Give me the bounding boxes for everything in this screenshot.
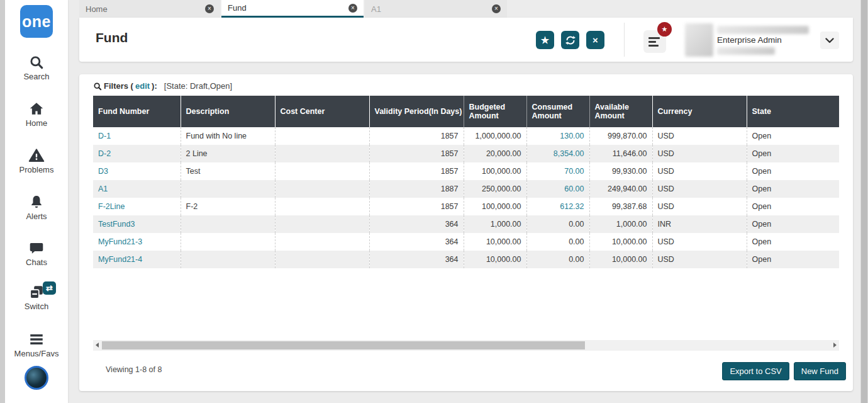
cell-consumed-amount: 0.00 [526, 215, 589, 233]
cell-state: Open [747, 180, 839, 198]
favorite-button[interactable]: ★ [536, 31, 554, 49]
user-avatar-redacted[interactable] [685, 23, 713, 57]
cell-budgeted-amount: 10,000.00 [464, 251, 526, 268]
sidebar-item-menus-favs[interactable]: Menus/Favs [5, 331, 68, 358]
column-header[interactable]: Available Amount [589, 96, 652, 127]
filters-edit-link[interactable]: edit [135, 81, 150, 91]
close-icon[interactable]: × [205, 4, 214, 13]
user-detail-redacted [717, 47, 775, 55]
cell-validity-period: 1887 [369, 180, 464, 198]
cell-available-amount: 99,387.68 [589, 198, 652, 215]
cell-state: Open [747, 127, 839, 145]
cell-fund-number: D3 [93, 162, 181, 180]
tab-fund[interactable]: Fund × [221, 0, 364, 18]
new-fund-button[interactable]: New Fund [794, 362, 846, 380]
sidebar-item-search[interactable]: Search [5, 54, 68, 81]
consumed-amount-link[interactable]: 612.32 [560, 202, 584, 211]
left-edge-strip [0, 0, 5, 403]
user-menu-button[interactable] [820, 31, 839, 49]
cell-validity-period: 1857 [369, 145, 464, 162]
table-row[interactable]: D-2 2 Line 1857 20,000.00 8,354.00 11,64… [93, 145, 839, 162]
cell-cost-center [275, 180, 369, 198]
cell-currency: USD [652, 233, 747, 251]
cell-cost-center [275, 251, 369, 268]
swap-arrows-icon[interactable]: ⇄ [43, 281, 56, 295]
cell-consumed-amount: 60.00 [526, 180, 589, 198]
vertical-scrollbar[interactable] [860, 0, 868, 403]
tab-bar: Home × Fund × A1 × [79, 0, 507, 18]
tab-a1[interactable]: A1 × [365, 0, 507, 18]
horizontal-scrollbar[interactable] [93, 340, 839, 351]
cell-cost-center [275, 162, 369, 180]
fund-number-link[interactable]: D-2 [98, 149, 111, 158]
column-header[interactable]: State [747, 96, 839, 127]
fund-number-link[interactable]: A1 [98, 184, 108, 193]
export-to-csv-button[interactable]: Export to CSV [722, 362, 789, 380]
sidebar-item-home[interactable]: Home [5, 101, 68, 128]
consumed-amount-link[interactable]: 60.00 [564, 184, 584, 193]
fund-number-link[interactable]: TestFund3 [98, 220, 135, 229]
refresh-button[interactable] [561, 31, 579, 49]
table-row[interactable]: D3 Test 1857 100,000.00 70.00 99,930.00 … [93, 162, 839, 180]
sidebar: one Search Home Problems Alerts Chats [5, 0, 68, 403]
cell-currency: USD [652, 180, 747, 198]
chevron-down-icon [825, 38, 834, 43]
tab-home[interactable]: Home × [79, 0, 220, 18]
cell-state: Open [747, 233, 839, 251]
cell-cost-center [275, 215, 369, 233]
table-row[interactable]: F-2Line F-2 1857 100,000.00 612.32 99,38… [93, 198, 839, 215]
table-row[interactable]: MyFund21-4 364 10,000.00 0.00 10,000.00 … [93, 251, 839, 268]
column-header[interactable]: Currency [652, 96, 747, 127]
consumed-amount-link[interactable]: 8,354.00 [554, 149, 584, 158]
column-header[interactable]: Budgeted Amount [464, 96, 526, 127]
cell-budgeted-amount: 10,000.00 [464, 233, 526, 251]
sidebar-item-switch[interactable]: ⇄ Switch [5, 284, 68, 311]
cell-budgeted-amount: 100,000.00 [464, 162, 526, 180]
fund-number-link[interactable]: D-1 [98, 132, 111, 140]
cell-budgeted-amount: 1,000.00 [464, 215, 526, 233]
close-icon[interactable]: × [348, 4, 357, 13]
cell-validity-period: 364 [369, 251, 464, 268]
table-body: D-1 Fund with No line 1857 1,000,000.00 … [93, 127, 839, 268]
table-row[interactable]: TestFund3 364 1,000.00 0.00 1,000.00 INR… [93, 215, 839, 233]
close-tab-button[interactable]: × [586, 31, 604, 49]
one-network-logo[interactable]: one [20, 5, 53, 38]
table-row[interactable]: A1 1887 250,000.00 60.00 249,940.00 USD … [93, 180, 839, 198]
filters-bar: Filters (edit): [State: Draft,Open] [93, 81, 232, 91]
column-header[interactable]: Cost Center [275, 96, 369, 127]
close-icon[interactable]: × [492, 4, 501, 13]
column-header[interactable]: Validity Period(In Days) [369, 96, 464, 127]
fund-number-link[interactable]: MyFund21-3 [98, 237, 142, 246]
scroll-left-arrow-icon[interactable] [96, 343, 99, 348]
sidebar-item-problems[interactable]: Problems [5, 147, 68, 174]
cell-validity-period: 1857 [369, 198, 464, 215]
scroll-right-arrow-icon[interactable] [833, 343, 837, 348]
consumed-amount-link[interactable]: 130.00 [560, 132, 584, 140]
table-row[interactable]: D-1 Fund with No line 1857 1,000,000.00 … [93, 127, 839, 145]
column-header[interactable]: Consumed Amount [526, 96, 589, 127]
cell-fund-number: D-2 [93, 145, 181, 162]
warning-triangle-icon [28, 147, 45, 164]
scrollbar-thumb[interactable] [861, 0, 867, 403]
fund-number-link[interactable]: MyFund21-4 [98, 255, 142, 264]
fund-number-link[interactable]: D3 [98, 167, 108, 176]
fund-number-link[interactable]: F-2Line [98, 202, 125, 211]
cell-state: Open [747, 145, 839, 162]
cell-description [181, 233, 275, 251]
favorite-badge[interactable]: ★ [657, 22, 672, 37]
cell-state: Open [747, 251, 839, 268]
cell-description [181, 180, 275, 198]
column-header[interactable]: Description [181, 96, 275, 127]
cell-fund-number: F-2Line [93, 198, 181, 215]
sidebar-item-alerts[interactable]: Alerts [5, 194, 68, 221]
sidebar-item-chats[interactable]: Chats [5, 240, 68, 267]
filters-label-suffix: ): [152, 81, 157, 91]
consumed-amount-link[interactable]: 70.00 [564, 167, 584, 176]
user-profile-avatar[interactable] [25, 366, 48, 390]
search-icon [93, 82, 102, 91]
cell-fund-number: MyFund21-4 [93, 251, 181, 268]
column-header[interactable]: Fund Number [93, 96, 181, 127]
scrollbar-thumb[interactable] [102, 341, 585, 349]
cell-currency: USD [652, 198, 747, 215]
table-row[interactable]: MyFund21-3 364 10,000.00 0.00 10,000.00 … [93, 233, 839, 251]
